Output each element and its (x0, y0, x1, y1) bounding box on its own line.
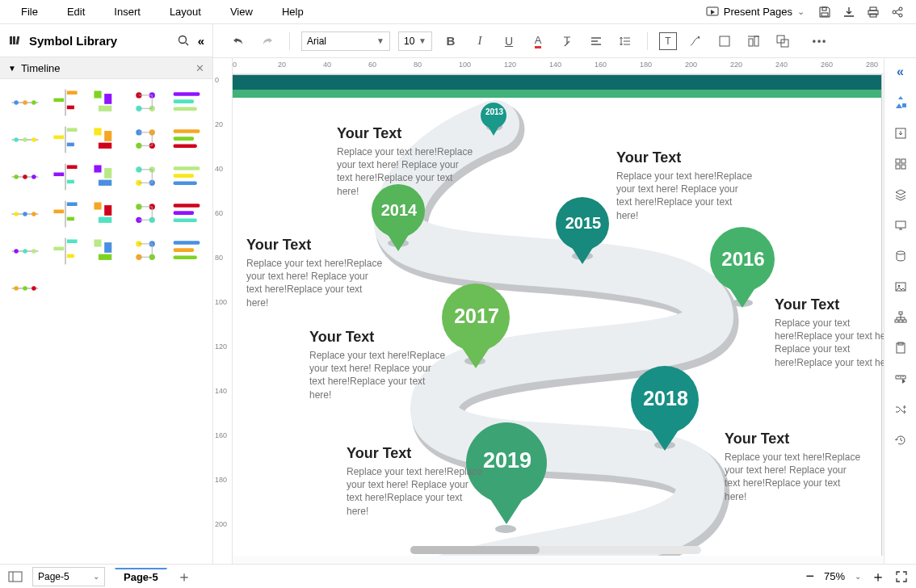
text-block-1[interactable]: Your TextReplace your text here!Replace … (337, 125, 474, 198)
symbol-thumb[interactable] (46, 196, 85, 232)
export-icon[interactable] (892, 124, 910, 142)
bold-button[interactable]: B (440, 31, 461, 52)
menu-help[interactable]: Help (267, 2, 318, 21)
horizontal-scrollbar[interactable] (410, 546, 701, 554)
grid-icon[interactable] (892, 155, 910, 173)
font-combo[interactable]: Arial▼ (301, 32, 390, 51)
symbol-thumb[interactable] (127, 122, 166, 158)
page-selector[interactable]: Page-5⌄ (32, 567, 105, 586)
align-button[interactable] (586, 31, 607, 52)
theme-icon[interactable] (892, 94, 910, 111)
align-objects-button[interactable] (743, 31, 764, 52)
symbol-thumb[interactable] (167, 233, 206, 269)
zoom-in-button[interactable]: ＋ (871, 567, 885, 586)
close-category-icon[interactable]: ✕ (195, 62, 204, 74)
zoom-out-button[interactable]: − (805, 568, 814, 585)
download-icon[interactable] (842, 5, 856, 19)
line-spacing-button[interactable] (615, 31, 636, 52)
fullscreen-icon[interactable] (895, 570, 908, 583)
svg-rect-74 (67, 217, 74, 221)
layers-icon[interactable] (892, 186, 910, 204)
text-block-7[interactable]: Your TextReplace your text here!Replace … (347, 445, 484, 518)
symbol-thumb[interactable] (6, 233, 44, 269)
italic-button[interactable]: I (469, 31, 490, 52)
menu-view[interactable]: View (216, 2, 267, 21)
more-button[interactable]: ••• (809, 31, 830, 52)
print-icon[interactable] (866, 5, 880, 19)
collapse-rail-icon[interactable]: « (892, 63, 910, 81)
menu-layout[interactable]: Layout (155, 2, 216, 21)
svg-rect-66 (174, 181, 197, 185)
symbol-thumb[interactable] (127, 233, 166, 269)
symbol-thumb[interactable] (127, 85, 166, 120)
menu-edit[interactable]: Edit (53, 2, 99, 21)
symbol-thumb[interactable] (6, 196, 44, 232)
symbol-thumb[interactable] (167, 85, 206, 120)
symbol-thumb[interactable] (86, 159, 125, 195)
svg-rect-107 (720, 36, 729, 46)
outline-view-icon[interactable] (8, 571, 23, 582)
page-viewport[interactable]: 2013 2014 2015 2016 2017 2018 2019 Your … (233, 74, 884, 556)
symbol-thumb[interactable] (86, 122, 125, 158)
page-canvas[interactable]: 2013 2014 2015 2016 2017 2018 2019 Your … (233, 74, 882, 556)
share-icon[interactable] (890, 5, 905, 19)
symbol-thumb[interactable] (6, 271, 44, 306)
text-block-2[interactable]: Your TextReplace your text here!Replace … (616, 149, 754, 222)
menu-insert[interactable]: Insert (99, 2, 155, 21)
symbol-thumb[interactable] (6, 122, 44, 158)
search-icon[interactable] (177, 34, 190, 47)
sitemap-icon[interactable] (892, 309, 910, 326)
svg-point-135 (897, 285, 900, 288)
clear-format-button[interactable] (557, 31, 578, 52)
symbol-thumb[interactable] (86, 233, 125, 269)
text-block-6[interactable]: Your TextReplace your text here!Replace … (725, 430, 862, 503)
text-block-3[interactable]: Your TextReplace your text here!Replace … (246, 237, 384, 309)
text-tool-button[interactable]: T (659, 32, 677, 50)
undo-button[interactable] (228, 31, 249, 52)
text-block-5[interactable]: Your TextReplace your text here!Replace … (309, 329, 447, 401)
symbol-thumb[interactable] (6, 159, 44, 195)
svg-rect-65 (174, 174, 194, 178)
symbol-thumb[interactable] (167, 159, 206, 195)
connector-button[interactable] (685, 31, 706, 52)
shuffle-icon[interactable] (892, 401, 910, 418)
svg-rect-36 (67, 128, 78, 132)
symbol-thumb[interactable] (127, 159, 166, 195)
category-header[interactable]: ▼ Timeline ✕ (0, 57, 212, 79)
scrollbar-thumb[interactable] (410, 546, 540, 554)
symbol-thumb[interactable] (86, 196, 125, 232)
symbol-thumb[interactable] (46, 122, 85, 158)
font-size-combo[interactable]: 10▼ (398, 32, 432, 51)
ruler-icon[interactable] (892, 370, 910, 388)
symbol-thumb[interactable] (167, 196, 206, 232)
redo-button[interactable] (257, 31, 278, 52)
present-pages-button[interactable]: Present Pages ⌄ (698, 2, 813, 22)
text-block-4[interactable]: Your TextReplace your text here!Replace … (775, 296, 884, 369)
svg-rect-19 (53, 99, 64, 103)
image-icon[interactable] (892, 278, 910, 296)
year-2015: 2015 (558, 214, 608, 233)
symbol-thumb[interactable] (127, 196, 166, 232)
collapse-sidebar-icon[interactable]: « (198, 34, 204, 48)
page-tab[interactable]: Page-5 (115, 568, 167, 586)
history-icon[interactable] (892, 431, 910, 449)
menu-file[interactable]: File (6, 2, 53, 21)
add-page-button[interactable]: ＋ (177, 567, 191, 586)
svg-point-8 (899, 14, 902, 17)
save-icon[interactable] (817, 5, 832, 19)
symbol-thumb[interactable] (46, 159, 85, 195)
group-button[interactable] (772, 31, 793, 52)
slides-icon[interactable] (892, 216, 910, 234)
underline-button[interactable]: U (498, 31, 519, 52)
clipboard-icon[interactable] (892, 339, 910, 357)
zoom-value[interactable]: 75% (824, 570, 845, 582)
font-color-button[interactable]: A (527, 31, 548, 52)
symbol-thumb[interactable] (46, 85, 85, 120)
data-icon[interactable] (892, 247, 910, 265)
symbol-thumb[interactable] (46, 233, 85, 269)
symbol-thumb[interactable] (6, 85, 44, 120)
svg-rect-28 (174, 92, 200, 96)
symbol-thumb[interactable] (167, 122, 206, 158)
symbol-thumb[interactable] (86, 85, 125, 120)
shape-outline-button[interactable] (714, 31, 735, 52)
